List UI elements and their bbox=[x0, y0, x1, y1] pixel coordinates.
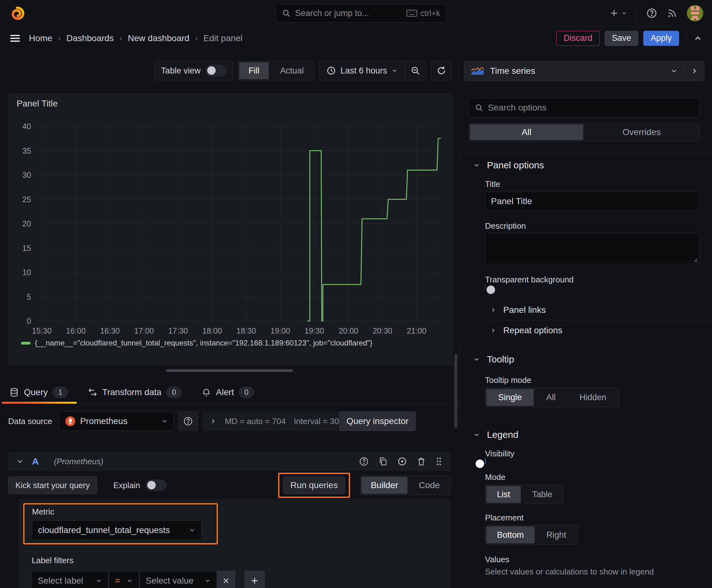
apply-button[interactable]: Apply bbox=[643, 31, 679, 46]
svg-text:10: 10 bbox=[22, 268, 31, 277]
zoom-out-icon bbox=[410, 66, 420, 76]
placement-right-option[interactable]: Right bbox=[537, 526, 576, 543]
viz-select[interactable]: Time series bbox=[464, 66, 684, 76]
tab-alert[interactable]: Alert 0 bbox=[201, 387, 254, 404]
breadcrumb: Home › Dashboards › New dashboard › Edit… bbox=[29, 33, 242, 43]
query-help-icon[interactable] bbox=[359, 456, 369, 466]
panel-resize-handle[interactable] bbox=[166, 370, 293, 372]
section-divider bbox=[459, 422, 712, 422]
mode-list-option[interactable]: List bbox=[486, 486, 521, 503]
transparent-bg-toggle[interactable] bbox=[485, 284, 486, 290]
datasource-help-button[interactable] bbox=[178, 412, 198, 431]
tab-transform[interactable]: Transform data 0 bbox=[88, 387, 181, 404]
add-new-button[interactable] bbox=[609, 8, 627, 18]
datasource-picker[interactable]: Prometheus bbox=[59, 412, 174, 431]
builder-option[interactable]: Builder bbox=[361, 477, 408, 494]
chevron-down-icon[interactable] bbox=[16, 458, 24, 465]
repeat-options-section[interactable]: Repeat options bbox=[490, 320, 712, 340]
tooltip-single-option[interactable]: Single bbox=[486, 389, 534, 406]
tab-all[interactable]: All bbox=[470, 124, 583, 140]
operator-dropdown[interactable]: = bbox=[109, 571, 139, 588]
select-label-dropdown[interactable]: Select label bbox=[32, 571, 108, 588]
svg-text:20:30: 20:30 bbox=[373, 327, 392, 335]
collapse-options-button[interactable] bbox=[693, 34, 703, 43]
zoom-out-button[interactable] bbox=[405, 61, 426, 80]
tooltip-section[interactable]: Tooltip bbox=[459, 354, 712, 365]
scrollbar-thumb[interactable] bbox=[454, 354, 457, 428]
code-option[interactable]: Code bbox=[409, 477, 449, 494]
panel-links-section[interactable]: Panel links bbox=[490, 300, 712, 320]
duplicate-query-icon[interactable] bbox=[378, 457, 388, 466]
help-icon bbox=[183, 416, 193, 426]
news-button[interactable] bbox=[667, 8, 677, 19]
kickstart-button[interactable]: Kick start your query bbox=[8, 477, 97, 494]
nav-right-actions bbox=[609, 5, 703, 21]
description-textarea[interactable] bbox=[485, 233, 699, 264]
alert-count-badge: 0 bbox=[239, 387, 254, 398]
legend-label[interactable]: {__name__="cloudflared_tunnel_total_requ… bbox=[35, 339, 372, 348]
placement-label: Placement bbox=[485, 513, 699, 523]
expand-options-icon[interactable] bbox=[210, 418, 217, 425]
svg-text:17:00: 17:00 bbox=[134, 327, 154, 335]
mode-table-option[interactable]: Table bbox=[523, 486, 562, 503]
breadcrumb-dashboards[interactable]: Dashboards bbox=[66, 33, 114, 43]
panel-title[interactable]: Panel Title bbox=[8, 93, 452, 109]
save-button[interactable]: Save bbox=[605, 31, 639, 46]
tooltip-hidden-option[interactable]: Hidden bbox=[568, 389, 618, 406]
svg-text:20:00: 20:00 bbox=[339, 327, 359, 335]
grafana-logo[interactable] bbox=[9, 5, 25, 21]
run-queries-button[interactable]: Run queries bbox=[283, 477, 345, 494]
legend-title: Legend bbox=[487, 429, 518, 440]
legend-visibility-toggle[interactable] bbox=[485, 458, 486, 464]
menu-toggle-button[interactable] bbox=[9, 34, 21, 43]
delete-query-icon[interactable] bbox=[416, 457, 426, 466]
query-toolbar: Kick start your query Explain Run querie… bbox=[8, 473, 451, 498]
breadcrumb-new-dashboard[interactable]: New dashboard bbox=[128, 33, 189, 43]
select-value-dropdown[interactable]: Select value bbox=[140, 571, 217, 588]
tab-transform-label: Transform data bbox=[102, 387, 162, 397]
datasource-name: Prometheus bbox=[80, 416, 127, 426]
placement-bottom-option[interactable]: Bottom bbox=[486, 526, 535, 543]
chevron-right-icon bbox=[490, 327, 496, 334]
legend-swatch[interactable] bbox=[21, 342, 30, 344]
editor-tabs: Query 1 Transform data 0 Alert 0 bbox=[0, 379, 459, 404]
actual-option[interactable]: Actual bbox=[271, 62, 313, 79]
table-view-toggle[interactable] bbox=[206, 65, 226, 76]
svg-text:18:30: 18:30 bbox=[236, 327, 256, 335]
tab-overrides[interactable]: Overrides bbox=[585, 124, 698, 140]
help-button[interactable] bbox=[646, 7, 657, 19]
breadcrumb-home[interactable]: Home bbox=[29, 33, 52, 43]
panel-options-section[interactable]: Panel options bbox=[459, 160, 712, 171]
metric-label: Metric bbox=[32, 507, 201, 517]
section-divider bbox=[459, 347, 712, 347]
legend-section[interactable]: Legend bbox=[459, 429, 712, 440]
label-filters-label: Label filters bbox=[32, 555, 451, 565]
metric-select[interactable]: cloudflared_tunnel_total_requests bbox=[32, 521, 201, 540]
add-filter-button[interactable] bbox=[244, 571, 265, 588]
timeseries-chart[interactable]: 051015202530354015:3016:0016:3017:0017:3… bbox=[16, 123, 443, 336]
user-avatar[interactable] bbox=[687, 5, 703, 21]
refresh-button[interactable] bbox=[431, 61, 452, 80]
svg-text:19:00: 19:00 bbox=[271, 327, 290, 335]
hide-response-icon[interactable] bbox=[397, 456, 407, 466]
remove-filter-button[interactable] bbox=[217, 571, 235, 588]
query-inspector-button[interactable]: Query inspector bbox=[339, 412, 416, 431]
discard-button[interactable]: Discard bbox=[556, 31, 600, 46]
chevron-right-icon bbox=[690, 67, 698, 75]
explain-control: Explain bbox=[113, 480, 166, 491]
query-row-header[interactable]: A (Prometheus) bbox=[8, 452, 451, 471]
panel-title-input[interactable]: Panel Title bbox=[485, 192, 699, 211]
tooltip-all-option[interactable]: All bbox=[536, 389, 566, 406]
options-search-input[interactable]: Search options bbox=[469, 98, 699, 118]
chevron-down-icon bbox=[95, 577, 102, 584]
global-search-input[interactable]: Search or jump to... ctrl+k bbox=[275, 4, 447, 23]
tooltip-title: Tooltip bbox=[487, 354, 514, 365]
fill-option[interactable]: Fill bbox=[239, 62, 269, 79]
drag-handle-icon[interactable] bbox=[435, 457, 442, 466]
viz-suggestions-button[interactable] bbox=[684, 61, 704, 81]
visibility-label: Visibility bbox=[485, 449, 699, 459]
tab-query[interactable]: Query 1 bbox=[9, 387, 68, 404]
promql-builder: Metric cloudflared_tunnel_total_requests… bbox=[18, 499, 451, 588]
time-range-picker[interactable]: Last 6 hours bbox=[320, 66, 405, 76]
explain-toggle[interactable] bbox=[146, 480, 166, 491]
